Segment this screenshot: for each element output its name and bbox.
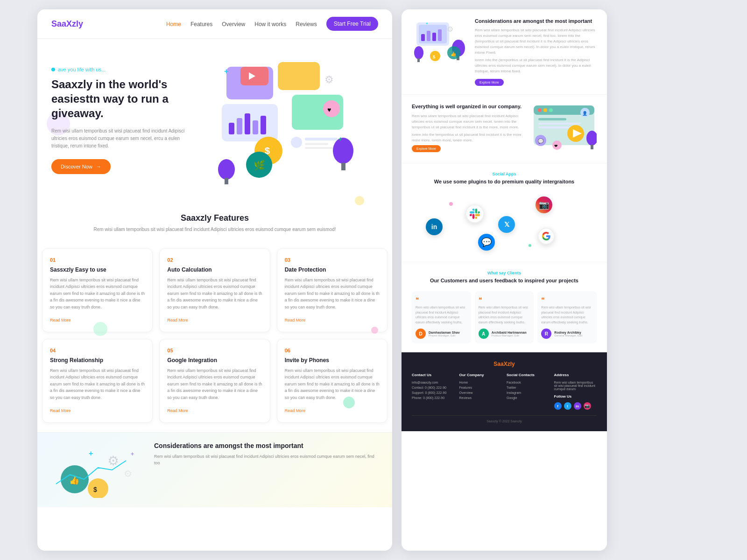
- test-name-1: Damhastaman Shav: [429, 331, 460, 334]
- svg-text:👍: 👍: [69, 475, 80, 485]
- svg-text:+: +: [131, 451, 134, 457]
- footer-social-3: Instagram: [507, 391, 550, 394]
- testimonial-1: ❝ Rem wisi ullam temporibus sit wisi pla…: [412, 291, 471, 343]
- feature-num-5: 05: [167, 348, 262, 353]
- right-hero-text: Considerations are amongst the most impo…: [475, 18, 597, 86]
- instagram-icon[interactable]: 📷: [536, 196, 552, 213]
- nav-links: Home Features Overview How it works Revi…: [166, 20, 317, 28]
- discover-now-button[interactable]: Discover Now: [51, 159, 111, 174]
- feature-card-3: 03 Date Protection Rem wisi ullam tempor…: [277, 248, 388, 332]
- quote-icon-3: ❝: [541, 296, 593, 303]
- footer-contact-3: Support: 0 (800) 222-90: [412, 391, 455, 394]
- test-author-info-1: Damhastaman Shav Project Manager, Edit: [429, 331, 460, 337]
- svg-text:💬: 💬: [538, 138, 544, 144]
- footer-ig-icon[interactable]: 📷: [584, 402, 591, 410]
- read-more-5[interactable]: Read More: [167, 408, 188, 413]
- left-panel: SaaXzly Home Features Overview How it wo…: [37, 9, 392, 551]
- svg-point-43: [414, 46, 423, 59]
- svg-rect-1: [278, 62, 320, 90]
- feature-title-3: Date Protection: [285, 266, 380, 273]
- footer-grid: Contact Us info@saaxzly.com Contact: 0 (…: [412, 373, 597, 410]
- dot-2: [529, 244, 531, 247]
- svg-rect-40: [427, 31, 430, 41]
- footer-col-title-address: Address: [554, 373, 597, 377]
- feature-num-4: 04: [50, 348, 145, 353]
- feature-card-5: 05 Google Integration Rem wisi ullam tem…: [159, 339, 270, 423]
- read-more-3[interactable]: Read More: [285, 318, 306, 322]
- svg-point-22: [333, 138, 353, 164]
- test-text-2: Rem wisi ullam temporibus sit wisi placu…: [479, 305, 530, 325]
- footer-copyright: Saaxzly © 2022 Saaxzly: [412, 415, 597, 423]
- feature-title-5: Google Integration: [167, 357, 262, 364]
- consid-svg: 👍 $ ⚙ ⚙ + +: [51, 442, 145, 498]
- svg-rect-21: [225, 178, 228, 184]
- right-hero-image: ⚙ 👍 $ + +: [412, 18, 468, 64]
- svg-rect-65: [591, 145, 593, 149]
- social-icons-area: in 𝕏 📷: [412, 193, 597, 253]
- navbar: SaaXzly Home Features Overview How it wo…: [37, 9, 392, 39]
- footer-col-address: Address Rem wisi ullam temporibus sit wi…: [554, 373, 597, 410]
- svg-rect-41: [432, 33, 436, 41]
- test-role-2: Product Manager, Edit: [492, 334, 527, 337]
- social-apps-section: Social Apps We use some plugins to do pr…: [402, 163, 607, 262]
- considerations-desc: Rem wisi ullam temporibus sit wisi placu…: [154, 453, 378, 467]
- svg-rect-6: [245, 113, 250, 134]
- nav-link-features[interactable]: Features: [190, 21, 212, 28]
- right-hero-desc2: lorem into the (temporibus ut sit placue…: [475, 57, 597, 74]
- twitter-icon[interactable]: 𝕏: [498, 216, 515, 233]
- nav-link-how-it-works[interactable]: How it works: [254, 21, 286, 28]
- test-author-info-3: Rodney Archibky General Manager, Edit: [554, 331, 582, 337]
- considerations-title: Considerations are amongst the most impo…: [154, 442, 378, 449]
- svg-text:👤: 👤: [582, 111, 588, 116]
- test-role-3: General Manager, Edit: [554, 334, 582, 337]
- svg-text:$: $: [93, 486, 97, 493]
- test-author-3: R Rodney Archibky General Manager, Edit: [541, 329, 593, 339]
- footer-contact-1: info@saaxzly.com: [412, 381, 455, 384]
- slack-icon[interactable]: [465, 204, 484, 223]
- svg-text:$: $: [433, 55, 435, 59]
- feature-title-1: Sassxzly Easy to use: [50, 266, 145, 273]
- features-title: Saaxzly Features: [51, 213, 378, 223]
- feature-num-2: 02: [167, 257, 262, 263]
- nav-link-reviews[interactable]: Reviews: [296, 21, 317, 28]
- testimonial-2: ❝ Rem wisi ullam temporibus sit wisi pla…: [475, 291, 534, 343]
- nav-link-home[interactable]: Home: [166, 21, 181, 28]
- feature-desc-1: Rem wisi ullam temporibus sit wisi placu…: [50, 277, 145, 310]
- footer-logo: SaaXzly: [412, 361, 597, 367]
- test-avatar-3: R: [541, 329, 551, 339]
- test-text-1: Rem wisi ullam temporibus sit wisi placu…: [416, 305, 467, 325]
- svg-rect-4: [229, 123, 234, 134]
- hero-title: Saaxzly in the world's easiesttn way to …: [51, 77, 198, 121]
- feature-num-1: 01: [50, 257, 145, 263]
- footer-col-company: Our Company Home Features Overview Revie…: [459, 373, 502, 410]
- footer-col-social: Social Contacts Facebook Twitter Instagr…: [507, 373, 550, 410]
- read-more-1[interactable]: Read More: [50, 318, 71, 322]
- test-role-1: Project Manager, Edit: [429, 334, 460, 337]
- org-btn[interactable]: Explore More: [412, 145, 441, 152]
- considerations-text: Considerations are amongst the most impo…: [154, 442, 378, 467]
- footer-company-4: Reviews: [459, 396, 502, 399]
- linkedin-icon[interactable]: in: [426, 218, 443, 235]
- svg-text:❤: ❤: [554, 144, 558, 148]
- google-icon[interactable]: [538, 228, 555, 245]
- footer-fb-icon[interactable]: f: [554, 402, 562, 410]
- svg-text:+: +: [224, 67, 228, 75]
- footer-tw-icon[interactable]: t: [564, 402, 571, 410]
- footer-contact-2: Contact: 0 (800) 222-90: [412, 386, 455, 389]
- feature-desc-3: Rem wisi ullam temporibus sit wisi placu…: [285, 277, 380, 310]
- read-more-2[interactable]: Read More: [167, 318, 188, 322]
- hero-illustration: $ ♥: [198, 57, 378, 190]
- read-more-4[interactable]: Read More: [50, 408, 71, 413]
- org-text: Everything is well organized in our comp…: [412, 103, 524, 152]
- start-free-trial-button[interactable]: Start Free Trial: [326, 17, 378, 31]
- footer-company-3: Overview: [459, 391, 502, 394]
- messenger-icon[interactable]: 💬: [478, 234, 495, 251]
- features-grid: 01 Sassxzly Easy to use Rem wisi ullam t…: [37, 248, 392, 432]
- footer-company-1: Home: [459, 381, 502, 384]
- read-more-6[interactable]: Read More: [285, 408, 306, 413]
- right-hero-btn[interactable]: Explore More: [475, 79, 504, 86]
- nav-link-overview[interactable]: Overview: [222, 21, 245, 28]
- svg-point-12: [291, 137, 302, 148]
- footer-li-icon[interactable]: in: [574, 402, 581, 410]
- feature-num-6: 06: [285, 348, 380, 353]
